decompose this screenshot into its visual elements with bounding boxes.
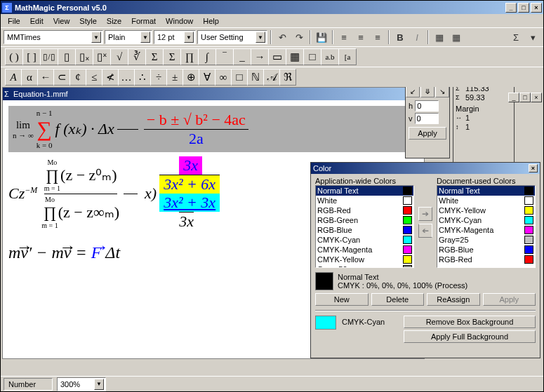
color-item[interactable]: RGB-Red [437, 255, 535, 264]
arrow-over-template[interactable]: → [251, 48, 269, 65]
frac-template[interactable]: ▯/▯ [40, 48, 58, 65]
font-style-combo[interactable]: Plain▼ [105, 30, 152, 44]
divide-symbol[interactable]: ÷ [150, 69, 167, 86]
doc-colors-list[interactable]: Normal TextWhiteCMYK-YellowCMYK-CyanCMYK… [437, 185, 536, 268]
color-item[interactable]: CMYK-Magenta [316, 245, 413, 255]
close-button[interactable]: × [531, 3, 542, 13]
menu-edit[interactable]: Edit [26, 15, 48, 27]
subset-symbol[interactable]: ⊂ [53, 69, 70, 86]
therefore-symbol[interactable]: ∴ [134, 69, 151, 86]
arrow-symbol[interactable]: ← [37, 69, 54, 86]
menu-view[interactable]: View [49, 15, 74, 27]
color-item[interactable]: CMYK-Yellow [437, 205, 535, 215]
apply-full-bg-button[interactable]: Apply Full Background [404, 330, 536, 343]
zoom-combo[interactable]: 300%▼ [57, 377, 106, 391]
overbar-template[interactable]: ‾ [215, 48, 234, 65]
nudge-v-input[interactable] [415, 113, 439, 124]
color-apply-button[interactable]: Apply [483, 293, 536, 306]
nth-root-template[interactable]: ∛ [128, 48, 146, 65]
color-item[interactable]: RGB-Blue [437, 245, 535, 255]
mdi-close[interactable]: × [531, 93, 542, 102]
underbar-template[interactable]: _ [233, 48, 251, 65]
infinity-symbol[interactable]: ∞ [215, 69, 232, 86]
color-delete-button[interactable]: Delete [371, 293, 425, 306]
nudge-h-input[interactable] [415, 100, 439, 111]
nudge-sw[interactable]: ↙ [406, 87, 420, 97]
save-button[interactable]: 💾 [314, 29, 329, 45]
redo-button[interactable]: ↷ [291, 29, 307, 45]
alpha-symbol[interactable]: α [21, 69, 38, 86]
cent-symbol[interactable]: ¢ [69, 69, 86, 86]
align-right-button[interactable]: ≡ [370, 29, 385, 45]
root-template[interactable]: √ [110, 48, 128, 65]
box-template[interactable]: ▭ [268, 48, 286, 65]
real-symbol[interactable]: ℜ [279, 69, 296, 86]
lte-symbol[interactable]: ≤ [86, 69, 102, 86]
natural-symbol[interactable]: ℕ [247, 69, 264, 86]
align-center-button[interactable]: ≡ [353, 29, 369, 45]
italic-A-symbol[interactable]: A [5, 69, 22, 86]
color-item[interactable]: White [316, 196, 413, 205]
ellipsis-symbol[interactable]: … [118, 69, 135, 86]
bold-button[interactable]: B [392, 29, 408, 45]
oplus-symbol[interactable]: ⊕ [183, 69, 199, 86]
integral-template[interactable]: ∫ [198, 48, 216, 65]
remove-box-bg-button[interactable]: Remove Box Background [404, 316, 536, 328]
pm-symbol[interactable]: ± [166, 69, 183, 86]
font-size-combo[interactable]: 12 pt▼ [154, 30, 196, 44]
box2-template[interactable]: □ [303, 48, 321, 65]
sum2-template[interactable]: Σ [163, 48, 181, 65]
bracket-template[interactable]: [ ] [22, 48, 41, 65]
nudge-s[interactable]: ⤋ [420, 87, 434, 97]
minimize-button[interactable]: _ [505, 3, 517, 13]
italic-button[interactable]: I [409, 29, 425, 45]
sup-template[interactable]: ▯ˣ [93, 48, 111, 65]
font-name-combo[interactable]: MMTimes▼ [4, 30, 103, 44]
square-symbol[interactable]: □ [231, 69, 248, 86]
mdi-min[interactable]: _ [508, 93, 519, 102]
user-setting-combo[interactable]: User Setting▼ [197, 30, 267, 44]
sum-template[interactable]: Σ [145, 48, 164, 65]
mdi-max[interactable]: □ [519, 93, 531, 102]
bracket-a-template[interactable]: [a [338, 48, 357, 65]
sigma-button[interactable]: Σ [508, 29, 524, 45]
color-item[interactable]: CMYK-Magenta [437, 225, 535, 235]
color-reassign-button[interactable]: ReAssign [427, 293, 480, 306]
move-right-button[interactable]: ➔ [418, 207, 432, 221]
menu-help[interactable]: Help [199, 15, 223, 27]
color-item[interactable]: RGB-Blue [316, 225, 413, 235]
color-item[interactable]: Normal Text [437, 186, 535, 196]
matrix-template[interactable]: ▦ [286, 48, 304, 65]
menu-file[interactable]: File [4, 15, 25, 27]
color-item[interactable]: CMYK-Cyan [316, 235, 413, 245]
menu-size[interactable]: Size [102, 15, 126, 27]
undo-button[interactable]: ↶ [274, 29, 290, 45]
ab-template[interactable]: a.b [321, 48, 339, 65]
nudge-se[interactable]: ↘ [435, 87, 449, 97]
align-left-button[interactable]: ≡ [336, 29, 352, 45]
paren-template[interactable]: ( ) [5, 48, 23, 65]
app-colors-list[interactable]: Normal TextWhiteRGB-RedRGB-GreenRGB-Blue… [315, 185, 414, 268]
menu-style[interactable]: Style [75, 15, 100, 27]
frac2-template[interactable]: ▯ [58, 48, 76, 65]
menu-window[interactable]: Window [161, 15, 197, 27]
forall-symbol[interactable]: ∀ [199, 69, 215, 86]
color-item[interactable]: Normal Text [316, 186, 413, 196]
color-item[interactable]: RGB-Green [316, 215, 413, 225]
menu-format[interactable]: Format [127, 15, 160, 27]
maximize-button[interactable]: □ [518, 3, 529, 13]
color-new-button[interactable]: New [315, 293, 369, 306]
prod-template[interactable]: ∏ [180, 48, 199, 65]
script-A-symbol[interactable]: 𝒜 [263, 69, 280, 86]
color-item[interactable]: CMYK-Yellow [316, 255, 413, 264]
color-item[interactable]: RGB-Red [316, 205, 413, 215]
color-close[interactable]: × [529, 164, 538, 173]
sub-template[interactable]: ▯ₓ [75, 48, 93, 65]
color-button[interactable]: ▦ [449, 29, 464, 45]
color-box-button[interactable]: ▦ [432, 29, 447, 45]
color-item[interactable]: Gray=25 [437, 235, 535, 245]
move-left-button[interactable]: ➔ [418, 224, 432, 238]
panel-dd-button[interactable]: ▾ [525, 29, 540, 45]
color-item[interactable]: White [437, 196, 535, 205]
color-item[interactable]: Gray=50 [316, 264, 413, 268]
